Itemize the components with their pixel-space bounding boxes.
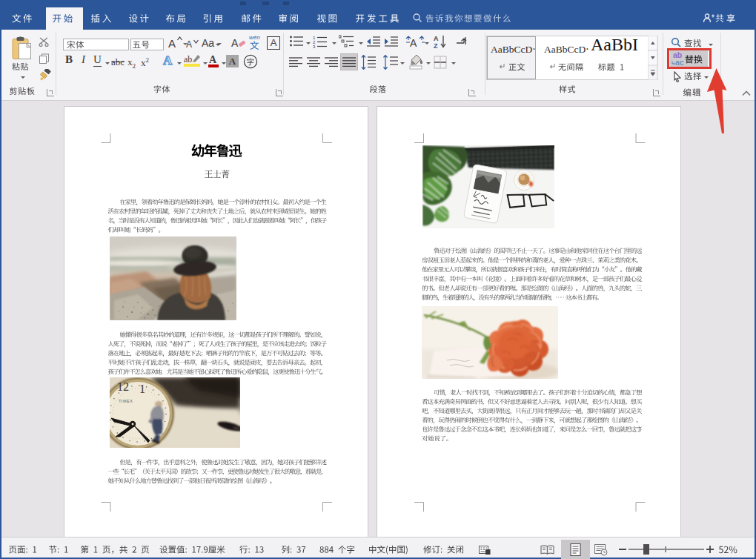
svg-text:1: 1	[139, 383, 145, 395]
svg-text:12: 12	[117, 380, 129, 393]
svg-text:A: A	[434, 35, 439, 42]
svg-text:TIMEX: TIMEX	[119, 399, 133, 403]
svg-text:Z: Z	[434, 42, 438, 49]
svg-text:3: 3	[313, 44, 316, 49]
svg-text:A: A	[410, 37, 417, 48]
